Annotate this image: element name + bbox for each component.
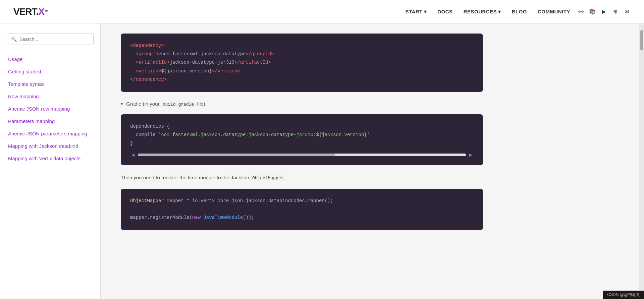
code-block-objectmapper: ObjectMapper mapper = io.vertx.core.json…: [121, 189, 483, 230]
code-pre-maven: <dependency> <groupId>com.fasterxml.jack…: [130, 42, 474, 84]
sidebar-item-getting-started[interactable]: Getting started: [7, 65, 94, 78]
sidebar-item-anemic-json-row[interactable]: Anemic JSON row mapping: [7, 103, 94, 115]
logo[interactable]: VERT.X™: [13, 6, 48, 17]
bullet-dot: •: [121, 100, 123, 108]
sidebar-item-template-syntax[interactable]: Template syntax: [7, 78, 94, 90]
logo-vert: VERT.: [13, 6, 38, 17]
bullet-gradle-suffix: file):: [197, 101, 207, 107]
code-block-maven: <dependency> <groupId>com.fasterxml.jack…: [121, 34, 483, 92]
nav-start[interactable]: START ▾: [405, 9, 427, 15]
glasses-icon[interactable]: 👓: [577, 8, 585, 16]
search-input[interactable]: [19, 37, 89, 42]
discord-icon[interactable]: ⊕: [611, 8, 619, 16]
bottom-bar: CSDN @@初海龙: [603, 291, 644, 299]
envelope-icon[interactable]: ✉: [623, 8, 631, 16]
youtube-icon[interactable]: ▶: [600, 8, 608, 16]
search-container[interactable]: 🔍: [7, 34, 94, 45]
nav-docs[interactable]: DOCS: [437, 9, 452, 14]
sidebar-item-mapping-vertx[interactable]: Mapping with Vert.x data objects: [7, 152, 94, 165]
sidebar-item-usage[interactable]: Usage: [7, 53, 94, 65]
logo-tm: ™: [44, 9, 48, 14]
bottom-bar-text: CSDN @@初海龙: [607, 292, 640, 297]
bullet-gradle: • Gradle (in your build.gradle file):: [121, 100, 483, 108]
sidebar-item-mapping-jackson[interactable]: Mapping with Jackson databind: [7, 140, 94, 152]
para-objectmapper: Then you need to register the time modul…: [121, 173, 483, 182]
scroll-left-arrow[interactable]: ◀: [130, 153, 136, 157]
stack-icon[interactable]: 📚: [588, 8, 596, 16]
header: VERT.X™ START ▾ DOCS RESOURCES ▾ BLOG CO…: [0, 0, 644, 23]
logo-x: X: [38, 6, 44, 17]
sidebar: 🔍 Usage Getting started Template syntax …: [0, 23, 101, 299]
para-text-before: Then you need to register the time modul…: [121, 175, 251, 180]
code-pre-gradle: dependencies { compile 'com.fasterxml.ja…: [130, 122, 474, 148]
sidebar-item-row-mapping[interactable]: Row mapping: [7, 90, 94, 103]
social-icons: 👓 📚 ▶ ⊕ ✉: [577, 8, 631, 16]
page-wrapper: 🔍 Usage Getting started Template syntax …: [0, 23, 644, 299]
para-inline-code: ObjectMapper: [251, 175, 285, 181]
sidebar-item-anemic-json-params[interactable]: Anemic JSON parameters mapping: [7, 127, 94, 140]
bullet-gradle-middle: (in your: [143, 101, 161, 107]
sidebar-item-parameters-mapping[interactable]: Parameters mapping: [7, 115, 94, 127]
search-icon: 🔍: [11, 37, 17, 42]
main-content: <dependency> <groupId>com.fasterxml.jack…: [101, 23, 503, 299]
sidebar-nav: Usage Getting started Template syntax Ro…: [7, 53, 94, 165]
scroll-track[interactable]: [138, 154, 466, 156]
bullet-gradle-code: build.gradle: [161, 102, 196, 107]
chevron-down-icon: ▾: [498, 9, 501, 15]
code-pre-objectmapper: ObjectMapper mapper = io.vertx.core.json…: [130, 197, 474, 222]
chevron-down-icon: ▾: [424, 9, 427, 15]
bullet-gradle-text: Gradle (in your build.gradle file):: [126, 100, 483, 108]
bullet-gradle-label: Gradle: [126, 101, 141, 107]
scroll-right-arrow[interactable]: ▶: [468, 153, 474, 157]
nav-community[interactable]: COMMUNITY: [538, 9, 570, 14]
right-scrollbar[interactable]: [639, 23, 644, 299]
nav-resources[interactable]: RESOURCES ▾: [464, 9, 501, 15]
right-scrollbar-thumb: [640, 30, 643, 50]
code-block-gradle: dependencies { compile 'com.fasterxml.ja…: [121, 114, 483, 165]
nav-blog[interactable]: BLOG: [512, 9, 527, 14]
para-text-after: :: [287, 175, 288, 180]
main-nav: START ▾ DOCS RESOURCES ▾ BLOG COMMUNITY: [405, 9, 570, 15]
code-scroll-bar[interactable]: ◀ ▶: [130, 151, 474, 157]
scroll-thumb: [138, 154, 335, 156]
